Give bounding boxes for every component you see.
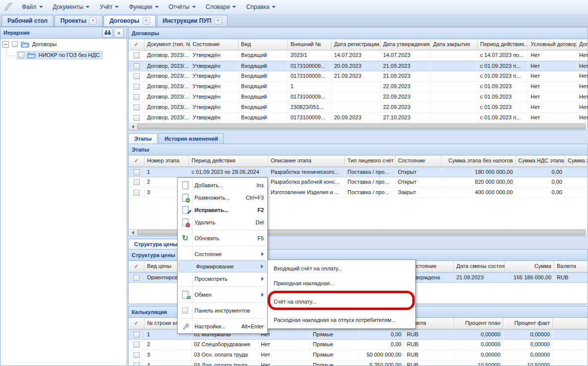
row-checkbox[interactable] [134, 63, 140, 69]
table-row[interactable]: Договор, 2023/...УтверждёнВходящий017310… [129, 71, 588, 82]
table-cell: Открыт [395, 177, 441, 187]
table-row[interactable]: 1с 01.09.2023 по 28.06.2024Разработка те… [129, 167, 588, 177]
row-checkbox[interactable] [134, 332, 140, 338]
column-header[interactable]: Номер этапа [145, 156, 189, 166]
tab-contracts[interactable]: Договоры× [103, 15, 155, 26]
tab-change-history[interactable]: История изменений [158, 133, 224, 144]
tab-desktop[interactable]: Рабочий стол [1, 15, 53, 26]
submenu-item-receipt-note[interactable]: Приходная накладная... [268, 276, 415, 291]
menu-item-duplicate[interactable]: + Размножить... Ctrl+F3 [178, 191, 267, 204]
select-all-header[interactable]: ✓ [129, 318, 145, 329]
tab-close-icon[interactable]: × [143, 17, 150, 25]
submenu-item-outgoing-note[interactable]: Расходная накладная на отпуск потребител… [268, 313, 415, 327]
column-header[interactable]: Валюта [554, 261, 588, 272]
menu-item-view[interactable]: Просмотреть [178, 272, 267, 285]
select-all-header[interactable]: ✓ [129, 39, 145, 50]
menu-reports[interactable]: Отчёты [164, 2, 201, 12]
menu-item-toolbar[interactable]: Панель инструментов [178, 304, 267, 316]
row-checkbox[interactable] [134, 363, 140, 366]
row-checkbox[interactable] [134, 105, 140, 110]
row-checkbox[interactable] [134, 115, 140, 121]
chevron-down-icon [272, 6, 276, 8]
table-row[interactable]: 202 СпецоборудованиеНетПрямые0,00RUB0,00… [129, 340, 588, 350]
column-header[interactable]: Внешний № [288, 39, 332, 50]
tab-projects[interactable]: Проекты× [54, 15, 102, 26]
row-checkbox[interactable] [134, 179, 140, 185]
menu-item-state[interactable]: Состояние [178, 248, 267, 260]
select-all-header[interactable]: ✓ [129, 156, 145, 166]
row-checkbox[interactable] [134, 190, 140, 196]
menu-dictionaries[interactable]: Словари [201, 2, 242, 12]
menu-item-edit[interactable]: Исправить... F2 [178, 204, 267, 216]
collapse-panel-button[interactable]: « [114, 28, 124, 38]
column-header[interactable]: Сумма НДС этапа [516, 156, 565, 166]
column-header[interactable] [553, 318, 588, 329]
scrollbar-thumb[interactable] [137, 124, 586, 129]
tab-stages[interactable]: Этапы [128, 133, 157, 144]
column-header[interactable]: Состояние [190, 39, 239, 50]
row-checkbox[interactable] [134, 275, 140, 281]
submenu-item-incoming-invoice[interactable]: Входящий счёт на оплату... [268, 261, 415, 276]
column-header[interactable]: Сумма [505, 261, 554, 272]
row-checkbox[interactable] [134, 169, 140, 175]
row-checkbox[interactable] [134, 94, 140, 100]
column-header[interactable]: Договор [577, 39, 588, 50]
menu-file[interactable]: Файл [17, 2, 48, 12]
column-header[interactable]: Тип лицевого счёт [345, 156, 395, 166]
menu-item-add[interactable]: Добавить... Ins [178, 179, 267, 191]
menu-item-generation[interactable]: Формирование [179, 260, 266, 272]
column-header[interactable]: Сумма этапа без налогов [441, 156, 516, 166]
menu-item-refresh[interactable]: ↻ Обновить F5 [178, 232, 267, 244]
menu-accounting[interactable]: Учёт [95, 2, 124, 12]
column-header[interactable]: Дата утверждения [381, 39, 431, 50]
menu-item-exchange[interactable]: ⇄ Обмен [178, 288, 267, 301]
column-header[interactable]: Период действия [189, 156, 268, 166]
table-row[interactable]: Договор, 2023/...УтверждёнВходящий2023/1… [129, 51, 588, 61]
tab-instructions[interactable]: Инструкции ПУП× [157, 15, 228, 26]
column-header[interactable]: Процент план [454, 318, 503, 329]
column-header[interactable]: Период действия.. [478, 39, 528, 50]
tab-price-structure[interactable]: Структура цены [128, 239, 184, 250]
scroll-left-button[interactable] [129, 123, 137, 130]
horizontal-scrollbar[interactable] [129, 123, 588, 130]
select-all-header[interactable]: ✓ [129, 261, 145, 272]
menu-documents[interactable]: Документы [48, 2, 95, 12]
menu-help[interactable]: Справка [241, 2, 281, 12]
tree-checkbox[interactable] [18, 52, 24, 58]
table-row[interactable]: 404 Доп. оплата трудаНетПрямые5 250 000,… [129, 361, 588, 366]
table-row[interactable]: Договор, 2023/...УтверждёнВходящий122.09… [129, 82, 588, 92]
column-header[interactable]: Дата регистрации. [332, 39, 381, 50]
tree-node-contracts[interactable]: Договоры [0, 39, 127, 50]
table-row[interactable]: Договор, 2023/...УтверждёнВходящий017310… [129, 61, 588, 71]
column-header[interactable]: Описание этапа [268, 156, 345, 166]
column-header[interactable]: Сумма эт [565, 156, 588, 166]
table-row[interactable]: Договор, 2023/...УтверждёнВходящий230823… [129, 103, 588, 113]
column-header[interactable]: Условный договор [528, 39, 577, 50]
tab-close-icon[interactable]: × [214, 17, 222, 25]
table-cell: 10,50000 [503, 361, 553, 366]
submenu-item-payment-invoice[interactable]: Счёт на оплату... [268, 294, 415, 309]
column-header[interactable]: Вид [239, 39, 288, 50]
tree-node-niokr[interactable]: НИОКР по ГОЗ без НДС [0, 50, 127, 60]
row-checkbox[interactable] [134, 352, 140, 358]
menu-item-delete[interactable]: − Удалить Del [178, 216, 267, 228]
column-header[interactable]: Документ (тип, № [145, 39, 190, 50]
table-row[interactable]: Договор, 2023/...УтверждёнВходящий017310… [129, 92, 588, 103]
row-checkbox[interactable] [134, 52, 140, 58]
row-checkbox[interactable] [134, 73, 140, 79]
column-header[interactable]: Состояние [395, 156, 441, 166]
tree-collapse-icon[interactable] [2, 41, 9, 48]
row-checkbox[interactable] [134, 342, 140, 348]
column-header[interactable]: Процент факт [503, 318, 553, 329]
submenu-arrow-icon [261, 277, 264, 281]
column-header[interactable]: Дата закрытия [431, 39, 478, 50]
column-header[interactable]: Дата смены состоя [454, 261, 505, 272]
scroll-left-button[interactable] [129, 229, 137, 236]
table-row[interactable]: 303 Осн. оплата трудаНетПрямые50 000 000… [129, 350, 588, 361]
menu-item-settings[interactable]: Настройки... Alt+Enter [178, 320, 267, 332]
menu-functions[interactable]: Функции [124, 2, 163, 12]
search-button[interactable] [102, 28, 112, 38]
row-checkbox[interactable] [134, 84, 140, 90]
tab-close-icon[interactable]: × [89, 17, 97, 25]
table-row[interactable]: Договор, 2023/...УтверждёнВходящий017310… [129, 113, 588, 123]
